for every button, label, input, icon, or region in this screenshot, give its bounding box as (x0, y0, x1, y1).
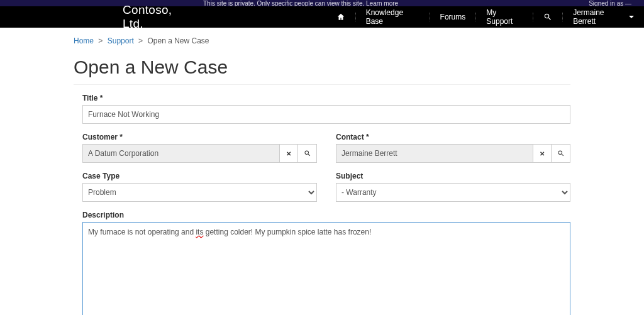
customer-search-button[interactable] (298, 144, 317, 163)
contact-search-button[interactable] (552, 144, 570, 163)
description-text-err: its (196, 228, 203, 236)
brand-title: Contoso, Ltd. (123, 3, 194, 31)
contact-label: Contact * (336, 133, 570, 141)
description-text-post: getting colder! My pumpkin spice latte h… (203, 228, 371, 236)
nav-my-support[interactable]: My Support (476, 6, 533, 28)
customer-label: Customer * (82, 133, 317, 141)
breadcrumb-home[interactable]: Home (74, 36, 94, 45)
description-text-pre: My furnace is not operating and (88, 228, 196, 236)
contact-input[interactable] (336, 144, 533, 163)
description-textarea[interactable]: My furnace is not operating and its gett… (82, 222, 570, 315)
page-title: Open a New Case (74, 57, 570, 78)
navbar: Contoso, Ltd. Knowledge Base Forums My S… (0, 6, 644, 28)
customer-input[interactable] (82, 144, 279, 163)
customer-clear-button[interactable] (279, 144, 298, 163)
casetype-label: Case Type (82, 172, 317, 180)
title-label: Title * (82, 94, 570, 102)
subject-label: Subject (336, 172, 570, 180)
close-icon (286, 149, 291, 158)
contact-clear-button[interactable] (533, 144, 552, 163)
title-input[interactable] (82, 105, 570, 124)
nav-knowledge-base[interactable]: Knowledge Base (356, 6, 430, 28)
nav-forums[interactable]: Forums (430, 6, 476, 28)
description-label: Description (82, 211, 570, 219)
nav-user-menu[interactable]: Jermaine Berrett (563, 6, 644, 28)
home-icon[interactable] (326, 6, 355, 28)
search-icon[interactable] (533, 6, 562, 28)
caret-down-icon (629, 16, 634, 18)
nav-user-name: Jermaine Berrett (573, 8, 625, 26)
subject-select[interactable]: - Warranty (336, 183, 570, 202)
breadcrumb-support[interactable]: Support (108, 36, 134, 45)
breadcrumb-current: Open a New Case (147, 36, 209, 45)
casetype-select[interactable]: Problem (82, 183, 317, 202)
breadcrumb: Home > Support > Open a New Case (74, 36, 570, 45)
close-icon (540, 149, 545, 158)
signed-in-as: Signed in as — (589, 0, 631, 6)
privacy-banner: This site is private. Only specific peop… (203, 0, 398, 6)
